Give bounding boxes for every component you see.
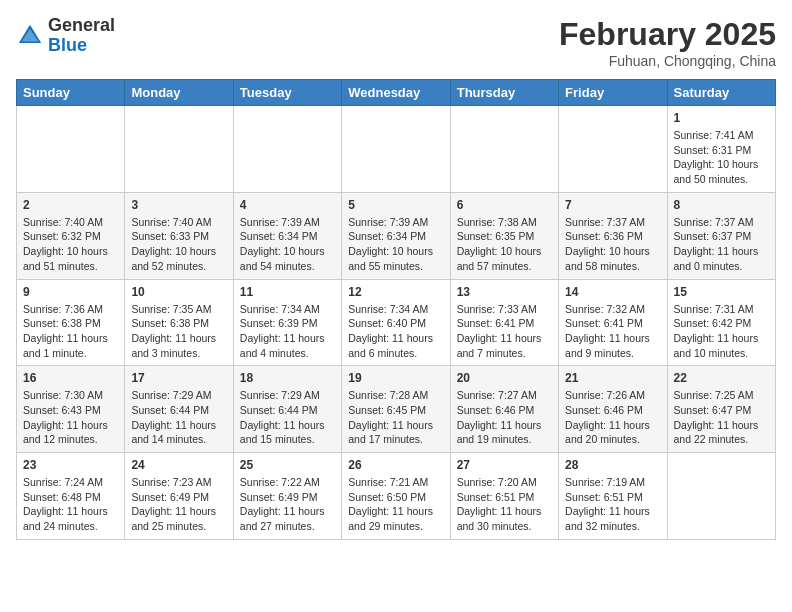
day-number: 8 xyxy=(674,198,769,212)
day-number: 27 xyxy=(457,458,552,472)
calendar-cell xyxy=(233,106,341,193)
day-info: Sunrise: 7:41 AM Sunset: 6:31 PM Dayligh… xyxy=(674,128,769,187)
calendar-cell: 17Sunrise: 7:29 AM Sunset: 6:44 PM Dayli… xyxy=(125,366,233,453)
day-number: 7 xyxy=(565,198,660,212)
day-number: 13 xyxy=(457,285,552,299)
day-number: 14 xyxy=(565,285,660,299)
day-info: Sunrise: 7:37 AM Sunset: 6:37 PM Dayligh… xyxy=(674,215,769,274)
day-info: Sunrise: 7:33 AM Sunset: 6:41 PM Dayligh… xyxy=(457,302,552,361)
logo-blue: Blue xyxy=(48,35,87,55)
day-info: Sunrise: 7:24 AM Sunset: 6:48 PM Dayligh… xyxy=(23,475,118,534)
day-header-sunday: Sunday xyxy=(17,80,125,106)
day-number: 9 xyxy=(23,285,118,299)
calendar-cell xyxy=(559,106,667,193)
day-info: Sunrise: 7:23 AM Sunset: 6:49 PM Dayligh… xyxy=(131,475,226,534)
calendar-cell: 19Sunrise: 7:28 AM Sunset: 6:45 PM Dayli… xyxy=(342,366,450,453)
calendar-cell xyxy=(667,453,775,540)
day-number: 10 xyxy=(131,285,226,299)
day-number: 20 xyxy=(457,371,552,385)
day-info: Sunrise: 7:22 AM Sunset: 6:49 PM Dayligh… xyxy=(240,475,335,534)
logo: General Blue xyxy=(16,16,115,56)
logo-icon xyxy=(16,22,44,50)
page-header: General Blue February 2025 Fuhuan, Chong… xyxy=(16,16,776,69)
day-info: Sunrise: 7:29 AM Sunset: 6:44 PM Dayligh… xyxy=(240,388,335,447)
day-info: Sunrise: 7:39 AM Sunset: 6:34 PM Dayligh… xyxy=(348,215,443,274)
calendar-cell: 16Sunrise: 7:30 AM Sunset: 6:43 PM Dayli… xyxy=(17,366,125,453)
calendar-cell: 27Sunrise: 7:20 AM Sunset: 6:51 PM Dayli… xyxy=(450,453,558,540)
day-info: Sunrise: 7:31 AM Sunset: 6:42 PM Dayligh… xyxy=(674,302,769,361)
calendar-cell: 23Sunrise: 7:24 AM Sunset: 6:48 PM Dayli… xyxy=(17,453,125,540)
calendar-week-row: 9Sunrise: 7:36 AM Sunset: 6:38 PM Daylig… xyxy=(17,279,776,366)
day-info: Sunrise: 7:40 AM Sunset: 6:33 PM Dayligh… xyxy=(131,215,226,274)
day-info: Sunrise: 7:21 AM Sunset: 6:50 PM Dayligh… xyxy=(348,475,443,534)
day-number: 2 xyxy=(23,198,118,212)
day-number: 11 xyxy=(240,285,335,299)
day-number: 4 xyxy=(240,198,335,212)
day-info: Sunrise: 7:35 AM Sunset: 6:38 PM Dayligh… xyxy=(131,302,226,361)
calendar-cell: 3Sunrise: 7:40 AM Sunset: 6:33 PM Daylig… xyxy=(125,192,233,279)
day-info: Sunrise: 7:32 AM Sunset: 6:41 PM Dayligh… xyxy=(565,302,660,361)
calendar-cell: 26Sunrise: 7:21 AM Sunset: 6:50 PM Dayli… xyxy=(342,453,450,540)
day-header-monday: Monday xyxy=(125,80,233,106)
day-info: Sunrise: 7:27 AM Sunset: 6:46 PM Dayligh… xyxy=(457,388,552,447)
day-header-thursday: Thursday xyxy=(450,80,558,106)
calendar-cell: 10Sunrise: 7:35 AM Sunset: 6:38 PM Dayli… xyxy=(125,279,233,366)
day-number: 21 xyxy=(565,371,660,385)
calendar-cell: 15Sunrise: 7:31 AM Sunset: 6:42 PM Dayli… xyxy=(667,279,775,366)
day-info: Sunrise: 7:37 AM Sunset: 6:36 PM Dayligh… xyxy=(565,215,660,274)
month-year-title: February 2025 xyxy=(559,16,776,53)
calendar-cell: 14Sunrise: 7:32 AM Sunset: 6:41 PM Dayli… xyxy=(559,279,667,366)
day-number: 24 xyxy=(131,458,226,472)
calendar-cell: 1Sunrise: 7:41 AM Sunset: 6:31 PM Daylig… xyxy=(667,106,775,193)
calendar-cell: 18Sunrise: 7:29 AM Sunset: 6:44 PM Dayli… xyxy=(233,366,341,453)
day-info: Sunrise: 7:34 AM Sunset: 6:40 PM Dayligh… xyxy=(348,302,443,361)
calendar-week-row: 23Sunrise: 7:24 AM Sunset: 6:48 PM Dayli… xyxy=(17,453,776,540)
title-block: February 2025 Fuhuan, Chongqing, China xyxy=(559,16,776,69)
calendar-cell xyxy=(450,106,558,193)
calendar-cell: 21Sunrise: 7:26 AM Sunset: 6:46 PM Dayli… xyxy=(559,366,667,453)
day-number: 28 xyxy=(565,458,660,472)
day-info: Sunrise: 7:30 AM Sunset: 6:43 PM Dayligh… xyxy=(23,388,118,447)
day-header-wednesday: Wednesday xyxy=(342,80,450,106)
logo-text: General Blue xyxy=(48,16,115,56)
day-number: 19 xyxy=(348,371,443,385)
calendar-header-row: SundayMondayTuesdayWednesdayThursdayFrid… xyxy=(17,80,776,106)
location-subtitle: Fuhuan, Chongqing, China xyxy=(559,53,776,69)
day-number: 16 xyxy=(23,371,118,385)
calendar-week-row: 1Sunrise: 7:41 AM Sunset: 6:31 PM Daylig… xyxy=(17,106,776,193)
calendar-cell: 5Sunrise: 7:39 AM Sunset: 6:34 PM Daylig… xyxy=(342,192,450,279)
calendar-week-row: 16Sunrise: 7:30 AM Sunset: 6:43 PM Dayli… xyxy=(17,366,776,453)
day-info: Sunrise: 7:26 AM Sunset: 6:46 PM Dayligh… xyxy=(565,388,660,447)
day-info: Sunrise: 7:34 AM Sunset: 6:39 PM Dayligh… xyxy=(240,302,335,361)
day-number: 6 xyxy=(457,198,552,212)
calendar-cell xyxy=(342,106,450,193)
calendar-cell: 28Sunrise: 7:19 AM Sunset: 6:51 PM Dayli… xyxy=(559,453,667,540)
day-number: 12 xyxy=(348,285,443,299)
day-info: Sunrise: 7:25 AM Sunset: 6:47 PM Dayligh… xyxy=(674,388,769,447)
calendar-cell: 9Sunrise: 7:36 AM Sunset: 6:38 PM Daylig… xyxy=(17,279,125,366)
calendar-cell: 4Sunrise: 7:39 AM Sunset: 6:34 PM Daylig… xyxy=(233,192,341,279)
day-header-friday: Friday xyxy=(559,80,667,106)
day-number: 15 xyxy=(674,285,769,299)
calendar-cell: 12Sunrise: 7:34 AM Sunset: 6:40 PM Dayli… xyxy=(342,279,450,366)
day-header-tuesday: Tuesday xyxy=(233,80,341,106)
day-info: Sunrise: 7:29 AM Sunset: 6:44 PM Dayligh… xyxy=(131,388,226,447)
calendar-cell: 24Sunrise: 7:23 AM Sunset: 6:49 PM Dayli… xyxy=(125,453,233,540)
day-number: 5 xyxy=(348,198,443,212)
day-info: Sunrise: 7:40 AM Sunset: 6:32 PM Dayligh… xyxy=(23,215,118,274)
day-number: 3 xyxy=(131,198,226,212)
day-number: 26 xyxy=(348,458,443,472)
day-number: 22 xyxy=(674,371,769,385)
calendar-cell: 25Sunrise: 7:22 AM Sunset: 6:49 PM Dayli… xyxy=(233,453,341,540)
logo-general: General xyxy=(48,15,115,35)
calendar-cell: 22Sunrise: 7:25 AM Sunset: 6:47 PM Dayli… xyxy=(667,366,775,453)
day-number: 25 xyxy=(240,458,335,472)
day-number: 1 xyxy=(674,111,769,125)
calendar-cell xyxy=(125,106,233,193)
day-info: Sunrise: 7:19 AM Sunset: 6:51 PM Dayligh… xyxy=(565,475,660,534)
calendar-cell: 13Sunrise: 7:33 AM Sunset: 6:41 PM Dayli… xyxy=(450,279,558,366)
calendar-cell: 11Sunrise: 7:34 AM Sunset: 6:39 PM Dayli… xyxy=(233,279,341,366)
calendar-table: SundayMondayTuesdayWednesdayThursdayFrid… xyxy=(16,79,776,540)
calendar-cell xyxy=(17,106,125,193)
day-number: 23 xyxy=(23,458,118,472)
